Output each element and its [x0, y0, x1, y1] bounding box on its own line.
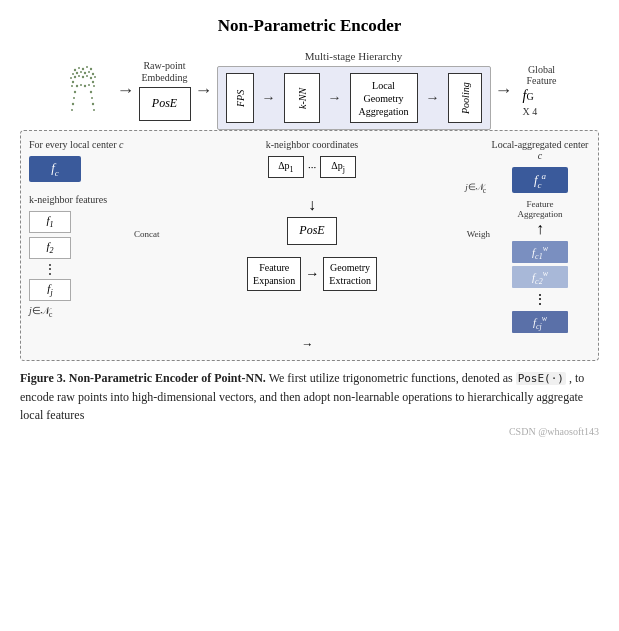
feature-expansion-box: FeatureExpansion — [247, 257, 301, 291]
bottom-arrow-row: → — [29, 337, 590, 352]
mid-column: k-neighbor coordinates Δp1 ··· Δpj j∈𝒩c … — [134, 139, 490, 291]
svg-point-26 — [73, 91, 75, 93]
svg-point-15 — [86, 75, 88, 77]
kneighbor-coords-label: k-neighbor coordinates — [266, 139, 358, 150]
lga-label: LocalGeometryAggregation — [359, 79, 409, 118]
feature-expansion-label: FeatureExpansion — [253, 262, 295, 286]
dots-mid: ··· — [308, 161, 316, 173]
svg-point-27 — [89, 91, 91, 93]
arrow-2: → — [195, 81, 213, 99]
chair-icon — [63, 64, 109, 116]
arrow-3: → — [262, 91, 276, 105]
svg-point-33 — [93, 109, 95, 111]
svg-point-18 — [71, 81, 73, 83]
feature-boxes: f1 f2 ⋮ fj — [29, 211, 134, 301]
svg-point-23 — [80, 84, 82, 86]
dots-label: ⋮ — [29, 263, 71, 275]
svg-point-30 — [71, 103, 73, 105]
svg-point-5 — [72, 73, 74, 75]
svg-point-1 — [78, 67, 80, 69]
flow-row: FeatureExpansion → GeometryExtraction — [138, 257, 486, 291]
up-arrow: ↑ — [536, 221, 544, 237]
svg-point-22 — [75, 85, 77, 87]
flow-arrow-2: → — [302, 337, 314, 352]
fg-sub: G — [526, 91, 533, 102]
svg-point-10 — [91, 73, 93, 75]
weigh-label: Weigh — [467, 229, 490, 239]
f1-box: f1 — [29, 211, 71, 233]
svg-point-19 — [91, 81, 93, 83]
svg-point-4 — [89, 68, 91, 70]
f2-label: f2 — [46, 240, 53, 255]
fcjw-box: fcjw — [512, 311, 568, 333]
fca-box: fca — [512, 167, 568, 193]
svg-point-28 — [73, 97, 75, 99]
svg-point-16 — [89, 77, 91, 79]
svg-point-9 — [88, 71, 90, 73]
svg-point-31 — [91, 103, 93, 105]
pool-box: Pooling — [448, 73, 482, 123]
geometry-extraction-box: GeometryExtraction — [323, 257, 377, 291]
top-row: → Raw-pointEmbedding PosE → Multi-stage … — [63, 50, 557, 130]
pose-group: Raw-pointEmbedding PosE — [139, 60, 191, 121]
svg-point-11 — [70, 77, 72, 79]
svg-point-12 — [73, 76, 75, 78]
dp1-label: Δp1 — [278, 160, 293, 174]
delta-row: Δp1 ··· Δpj — [268, 156, 356, 178]
caption-text1: We first utilize trigonometric functions… — [269, 371, 516, 385]
caption-code: PosE(·) — [516, 372, 566, 385]
fw-boxes: fc1w fc2w ⋮ fcjw — [512, 241, 568, 333]
dp1-box: Δp1 — [268, 156, 304, 178]
fc1w-box: fc1w — [512, 241, 568, 263]
svg-point-21 — [93, 85, 95, 87]
feature-agg-label: FeatureAggregation — [518, 199, 563, 219]
svg-point-6 — [75, 72, 77, 74]
for-every-label: For every local center c — [29, 139, 134, 150]
multi-stage-label: Multi-stage Hierarchy — [305, 50, 402, 62]
multi-stage-area: FPS → k-NN → LocalGeometryAggregation → … — [217, 66, 491, 130]
arrow-1: → — [117, 81, 135, 99]
pose-mid-box: PosE — [287, 217, 337, 245]
knn-box: k-NN — [284, 73, 320, 123]
arrow-6: → — [495, 81, 513, 99]
svg-point-13 — [78, 75, 80, 77]
svg-point-29 — [91, 97, 93, 99]
global-feature-label: GlobalFeature — [527, 64, 557, 86]
geometry-extraction-label: GeometryExtraction — [329, 262, 371, 286]
svg-point-2 — [81, 68, 83, 70]
f1-label: f1 — [46, 214, 53, 229]
fc1w-label: fc1w — [532, 244, 548, 261]
arrow-4: → — [328, 91, 342, 105]
fca-label: fca — [534, 171, 546, 190]
jnc-label-left: j∈𝒩c — [29, 305, 134, 319]
watermark: CSDN @whaosoft143 — [20, 426, 599, 437]
lga-box: LocalGeometryAggregation — [350, 73, 418, 123]
right-column: Local-aggregated center c fca FeatureAgg… — [490, 139, 590, 333]
caption-figure-num: Figure 3. — [20, 371, 66, 385]
svg-point-24 — [83, 85, 85, 87]
flow-arrow-1: → — [305, 266, 319, 282]
top-diagram: → Raw-pointEmbedding PosE → Multi-stage … — [20, 50, 599, 130]
kneighbor-features-label: k-neighbor features — [29, 194, 134, 205]
fcjw-label: fcjw — [533, 314, 547, 331]
concat-label: Concat — [134, 229, 160, 239]
fc-box: fc — [29, 156, 81, 182]
down-arrow: ↓ — [308, 197, 316, 213]
x4-label: X 4 — [523, 106, 538, 117]
left-column: For every local center c fc k-neighbor f… — [29, 139, 134, 319]
svg-point-3 — [86, 66, 88, 68]
arrow-5: → — [426, 91, 440, 105]
fc-label: fc — [51, 160, 59, 178]
svg-point-17 — [94, 76, 96, 78]
detail-diagram: For every local center c fc k-neighbor f… — [20, 130, 599, 361]
svg-point-32 — [71, 109, 73, 111]
page: Non-Parametric Encoder — [0, 0, 619, 449]
svg-point-0 — [73, 69, 75, 71]
f2-box: f2 — [29, 237, 71, 259]
jnc-label-right: j∈𝒩c — [138, 182, 486, 195]
local-agg-label: Local-aggregated center c — [490, 139, 590, 161]
svg-point-20 — [71, 85, 73, 87]
fps-box: FPS — [226, 73, 254, 123]
fj-label: fj — [47, 282, 52, 297]
svg-point-14 — [81, 76, 83, 78]
